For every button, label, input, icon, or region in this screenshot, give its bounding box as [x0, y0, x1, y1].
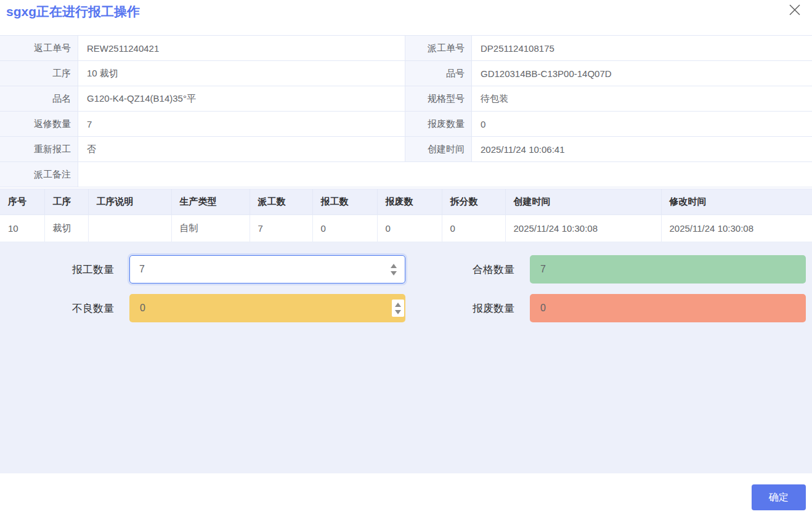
- defect-qty-stepper[interactable]: [392, 300, 404, 317]
- col-header-report-qty: 报工数: [312, 189, 377, 215]
- field-value-part-no: GD120314BB-C13P00-14Q07D: [472, 61, 812, 86]
- field-value-repair-qty: 7: [78, 112, 405, 137]
- cell-create-time: 2025/11/24 10:30:08: [505, 215, 661, 242]
- report-qty-field: [129, 255, 405, 284]
- col-header-create-time: 创建时间: [505, 189, 661, 215]
- process-detail-table: 序号 工序 工序说明 生产类型 派工数 报工数 报废数 拆分数 创建时间 修改时…: [0, 189, 812, 242]
- scrap-qty-label: 报废数量: [405, 301, 514, 316]
- col-header-dispatch-qty: 派工数: [250, 189, 312, 215]
- field-label-dispatch-no: 派工单号: [405, 36, 472, 61]
- field-value-process: 10 裁切: [78, 61, 405, 86]
- field-label-rereport: 重新报工: [0, 137, 78, 162]
- close-icon: [788, 3, 802, 19]
- field-label-dispatch-remark: 派工备注: [0, 162, 78, 187]
- step-down-icon[interactable]: [391, 271, 397, 275]
- step-up-icon[interactable]: [395, 303, 401, 307]
- col-header-process: 工序: [44, 189, 88, 215]
- field-label-part-no: 品号: [405, 61, 472, 86]
- col-header-split-qty: 拆分数: [442, 189, 505, 215]
- col-header-modify-time: 修改时间: [661, 189, 812, 215]
- defect-qty-label: 不良数量: [0, 301, 114, 316]
- cell-production-type: 自制: [171, 215, 250, 242]
- field-label-spec: 规格型号: [405, 86, 472, 112]
- step-down-icon[interactable]: [395, 310, 401, 314]
- defect-qty-value[interactable]: 0: [129, 294, 405, 322]
- field-value-rework-no: REW2511240421: [78, 36, 405, 61]
- field-value-dispatch-no: DP251124108175: [472, 36, 812, 61]
- dialog-title: sgxg正在进行报工操作: [6, 3, 140, 20]
- quantity-form-panel: 报工数量 合格数量 7 不良数量 0 报废数量 0: [0, 242, 812, 473]
- field-value-create-time: 2025/11/24 10:06:41: [472, 137, 812, 162]
- cell-report-qty: 0: [312, 215, 377, 242]
- cell-process: 裁切: [44, 215, 88, 242]
- scrap-qty-value: 0: [530, 294, 806, 322]
- step-up-icon[interactable]: [391, 264, 397, 268]
- qualified-qty-value: 7: [530, 255, 806, 284]
- report-qty-stepper[interactable]: [389, 255, 398, 284]
- table-row[interactable]: 10 裁切 自制 7 0 0 0 2025/11/24 10:30:08 202…: [0, 215, 812, 242]
- cell-process-desc: [88, 215, 171, 242]
- field-label-scrap-qty: 报废数量: [405, 112, 472, 137]
- field-value-part-name: G120-K4-QZ14(B14)35°平: [78, 86, 405, 112]
- field-label-part-name: 品名: [0, 86, 78, 112]
- confirm-button[interactable]: 确定: [752, 484, 806, 510]
- process-detail-table-wrap: 序号 工序 工序说明 生产类型 派工数 报工数 报废数 拆分数 创建时间 修改时…: [0, 189, 812, 242]
- cell-seq: 10: [0, 215, 44, 242]
- col-header-seq: 序号: [0, 189, 44, 215]
- cell-scrap-qty: 0: [377, 215, 442, 242]
- cell-modify-time: 2025/11/24 10:30:08: [661, 215, 812, 242]
- table-header-row: 序号 工序 工序说明 生产类型 派工数 报工数 报废数 拆分数 创建时间 修改时…: [0, 189, 812, 215]
- field-label-process: 工序: [0, 61, 78, 86]
- field-value-rereport: 否: [78, 137, 405, 162]
- qualified-qty-field: 7: [530, 255, 806, 284]
- report-qty-label: 报工数量: [0, 263, 114, 277]
- field-label-create-time: 创建时间: [405, 137, 472, 162]
- dialog-footer: 确定: [0, 473, 812, 514]
- cell-split-qty: 0: [442, 215, 505, 242]
- dialog-header: sgxg正在进行报工操作: [0, 0, 812, 35]
- col-header-scrap-qty: 报废数: [377, 189, 442, 215]
- work-order-info-grid: 返工单号 REW2511240421 派工单号 DP251124108175 工…: [0, 35, 812, 187]
- cell-dispatch-qty: 7: [250, 215, 312, 242]
- form-row-2: 不良数量 0 报废数量 0: [0, 294, 812, 322]
- col-header-production-type: 生产类型: [171, 189, 250, 215]
- field-value-scrap-qty: 0: [472, 112, 812, 137]
- qualified-qty-label: 合格数量: [405, 263, 514, 277]
- field-label-repair-qty: 返修数量: [0, 112, 78, 137]
- field-value-dispatch-remark: [78, 162, 812, 187]
- field-label-rework-no: 返工单号: [0, 36, 78, 61]
- report-qty-input[interactable]: [129, 255, 405, 284]
- close-button[interactable]: [787, 4, 802, 18]
- form-row-1: 报工数量 合格数量 7: [0, 255, 812, 284]
- scrap-qty-field: 0: [530, 294, 806, 322]
- col-header-process-desc: 工序说明: [88, 189, 171, 215]
- defect-qty-field: 0: [129, 294, 405, 322]
- field-value-spec: 待包装: [472, 86, 812, 112]
